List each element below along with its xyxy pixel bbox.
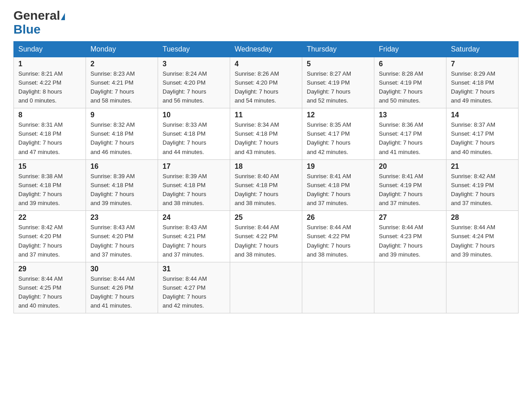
day-number: 21 (451, 163, 514, 171)
day-info: Sunrise: 8:21 AMSunset: 4:22 PMDaylight:… (18, 69, 81, 106)
calendar-table: SundayMondayTuesdayWednesdayThursdayFrid… (13, 41, 519, 314)
calendar-cell (374, 262, 446, 313)
day-number: 30 (90, 265, 153, 273)
day-info: Sunrise: 8:35 AMSunset: 4:17 PMDaylight:… (307, 120, 369, 157)
page-header: General Blue (13, 9, 519, 37)
calendar-cell: 10Sunrise: 8:33 AMSunset: 4:18 PMDayligh… (158, 108, 230, 160)
day-info: Sunrise: 8:29 AMSunset: 4:18 PMDaylight:… (451, 69, 514, 106)
calendar-cell: 28Sunrise: 8:44 AMSunset: 4:24 PMDayligh… (446, 211, 519, 262)
calendar-header-row: SundayMondayTuesdayWednesdayThursdayFrid… (14, 41, 519, 57)
day-info: Sunrise: 8:34 AMSunset: 4:18 PMDaylight:… (235, 120, 297, 157)
day-number: 25 (235, 214, 297, 222)
calendar-week-row: 15Sunrise: 8:38 AMSunset: 4:18 PMDayligh… (14, 159, 519, 211)
day-info: Sunrise: 8:24 AMSunset: 4:20 PMDaylight:… (163, 69, 225, 106)
day-info: Sunrise: 8:38 AMSunset: 4:18 PMDaylight:… (18, 172, 81, 208)
calendar-week-row: 29Sunrise: 8:44 AMSunset: 4:25 PMDayligh… (14, 262, 519, 313)
col-header-saturday: Saturday (446, 41, 519, 57)
calendar-cell: 7Sunrise: 8:29 AMSunset: 4:18 PMDaylight… (446, 57, 519, 108)
day-number: 19 (307, 163, 369, 171)
day-number: 4 (235, 60, 297, 68)
calendar-cell: 19Sunrise: 8:41 AMSunset: 4:18 PMDayligh… (302, 159, 374, 211)
day-number: 28 (451, 214, 514, 222)
day-number: 16 (90, 163, 153, 171)
day-number: 14 (451, 111, 514, 119)
day-info: Sunrise: 8:44 AMSunset: 4:26 PMDaylight:… (90, 274, 153, 311)
day-number: 17 (163, 163, 225, 171)
calendar-cell (302, 262, 374, 313)
logo: General Blue (13, 9, 65, 37)
day-number: 31 (163, 265, 225, 273)
calendar-cell (446, 262, 519, 313)
calendar-cell: 16Sunrise: 8:39 AMSunset: 4:18 PMDayligh… (86, 159, 158, 211)
logo-blue-text: Blue (13, 23, 41, 37)
day-info: Sunrise: 8:44 AMSunset: 4:27 PMDaylight:… (163, 274, 225, 311)
day-number: 11 (235, 111, 297, 119)
calendar-cell: 25Sunrise: 8:44 AMSunset: 4:22 PMDayligh… (230, 211, 302, 262)
calendar-cell: 21Sunrise: 8:42 AMSunset: 4:19 PMDayligh… (446, 159, 519, 211)
day-info: Sunrise: 8:42 AMSunset: 4:19 PMDaylight:… (451, 172, 514, 208)
day-info: Sunrise: 8:39 AMSunset: 4:18 PMDaylight:… (163, 172, 225, 208)
day-info: Sunrise: 8:44 AMSunset: 4:24 PMDaylight:… (451, 223, 514, 259)
calendar-week-row: 8Sunrise: 8:31 AMSunset: 4:18 PMDaylight… (14, 108, 519, 160)
day-number: 18 (235, 163, 297, 171)
calendar-cell: 14Sunrise: 8:37 AMSunset: 4:17 PMDayligh… (446, 108, 519, 160)
day-info: Sunrise: 8:37 AMSunset: 4:17 PMDaylight:… (451, 120, 514, 157)
day-info: Sunrise: 8:43 AMSunset: 4:20 PMDaylight:… (90, 223, 153, 259)
day-number: 13 (379, 111, 442, 119)
day-number: 7 (451, 60, 514, 68)
calendar-cell: 6Sunrise: 8:28 AMSunset: 4:19 PMDaylight… (374, 57, 446, 108)
day-number: 15 (18, 163, 81, 171)
calendar-cell: 2Sunrise: 8:23 AMSunset: 4:21 PMDaylight… (86, 57, 158, 108)
day-info: Sunrise: 8:31 AMSunset: 4:18 PMDaylight:… (18, 120, 81, 157)
calendar-cell: 8Sunrise: 8:31 AMSunset: 4:18 PMDaylight… (14, 108, 86, 160)
calendar-cell: 1Sunrise: 8:21 AMSunset: 4:22 PMDaylight… (14, 57, 86, 108)
calendar-cell: 29Sunrise: 8:44 AMSunset: 4:25 PMDayligh… (14, 262, 86, 313)
calendar-cell (230, 262, 302, 313)
day-number: 9 (90, 111, 153, 119)
day-info: Sunrise: 8:39 AMSunset: 4:18 PMDaylight:… (90, 172, 153, 208)
calendar-cell: 30Sunrise: 8:44 AMSunset: 4:26 PMDayligh… (86, 262, 158, 313)
day-number: 23 (90, 214, 153, 222)
day-info: Sunrise: 8:27 AMSunset: 4:19 PMDaylight:… (307, 69, 369, 106)
calendar-week-row: 22Sunrise: 8:42 AMSunset: 4:20 PMDayligh… (14, 211, 519, 262)
day-info: Sunrise: 8:40 AMSunset: 4:18 PMDaylight:… (235, 172, 297, 208)
day-number: 27 (379, 214, 442, 222)
col-header-sunday: Sunday (14, 41, 86, 57)
day-info: Sunrise: 8:23 AMSunset: 4:21 PMDaylight:… (90, 69, 153, 106)
day-info: Sunrise: 8:42 AMSunset: 4:20 PMDaylight:… (18, 223, 81, 259)
calendar-cell: 17Sunrise: 8:39 AMSunset: 4:18 PMDayligh… (158, 159, 230, 211)
calendar-cell: 23Sunrise: 8:43 AMSunset: 4:20 PMDayligh… (86, 211, 158, 262)
day-info: Sunrise: 8:26 AMSunset: 4:20 PMDaylight:… (235, 69, 297, 106)
day-number: 1 (18, 60, 81, 68)
day-number: 12 (307, 111, 369, 119)
day-info: Sunrise: 8:32 AMSunset: 4:18 PMDaylight:… (90, 120, 153, 157)
day-info: Sunrise: 8:33 AMSunset: 4:18 PMDaylight:… (163, 120, 225, 157)
day-number: 22 (18, 214, 81, 222)
col-header-wednesday: Wednesday (230, 41, 302, 57)
calendar-cell: 9Sunrise: 8:32 AMSunset: 4:18 PMDaylight… (86, 108, 158, 160)
day-number: 2 (90, 60, 153, 68)
day-number: 3 (163, 60, 225, 68)
calendar-cell: 26Sunrise: 8:44 AMSunset: 4:22 PMDayligh… (302, 211, 374, 262)
col-header-thursday: Thursday (302, 41, 374, 57)
calendar-cell: 18Sunrise: 8:40 AMSunset: 4:18 PMDayligh… (230, 159, 302, 211)
calendar-cell: 3Sunrise: 8:24 AMSunset: 4:20 PMDaylight… (158, 57, 230, 108)
day-number: 20 (379, 163, 442, 171)
calendar-cell: 15Sunrise: 8:38 AMSunset: 4:18 PMDayligh… (14, 159, 86, 211)
calendar-cell: 31Sunrise: 8:44 AMSunset: 4:27 PMDayligh… (158, 262, 230, 313)
day-info: Sunrise: 8:44 AMSunset: 4:25 PMDaylight:… (18, 274, 81, 311)
day-number: 26 (307, 214, 369, 222)
day-info: Sunrise: 8:44 AMSunset: 4:22 PMDaylight:… (307, 223, 369, 259)
calendar-week-row: 1Sunrise: 8:21 AMSunset: 4:22 PMDaylight… (14, 57, 519, 108)
calendar-cell: 27Sunrise: 8:44 AMSunset: 4:23 PMDayligh… (374, 211, 446, 262)
day-info: Sunrise: 8:44 AMSunset: 4:23 PMDaylight:… (379, 223, 442, 259)
col-header-monday: Monday (86, 41, 158, 57)
calendar-cell: 11Sunrise: 8:34 AMSunset: 4:18 PMDayligh… (230, 108, 302, 160)
calendar-cell: 24Sunrise: 8:43 AMSunset: 4:21 PMDayligh… (158, 211, 230, 262)
day-info: Sunrise: 8:44 AMSunset: 4:22 PMDaylight:… (235, 223, 297, 259)
day-info: Sunrise: 8:36 AMSunset: 4:17 PMDaylight:… (379, 120, 442, 157)
day-info: Sunrise: 8:28 AMSunset: 4:19 PMDaylight:… (379, 69, 442, 106)
day-number: 24 (163, 214, 225, 222)
day-number: 6 (379, 60, 442, 68)
calendar-cell: 13Sunrise: 8:36 AMSunset: 4:17 PMDayligh… (374, 108, 446, 160)
